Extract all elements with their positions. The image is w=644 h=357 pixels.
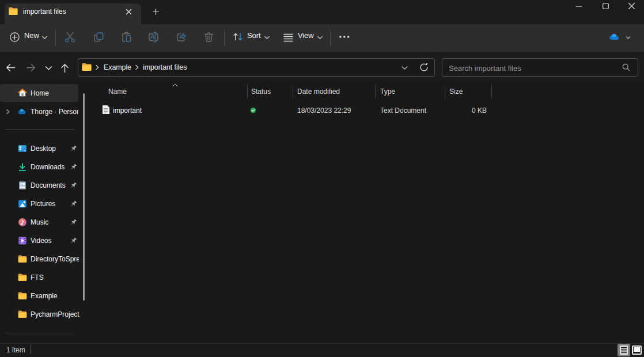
svg-text:A: A: [150, 33, 155, 40]
